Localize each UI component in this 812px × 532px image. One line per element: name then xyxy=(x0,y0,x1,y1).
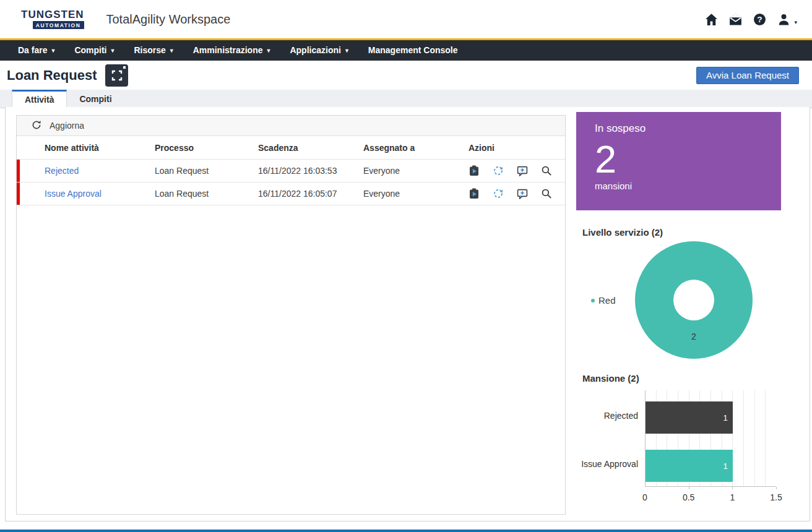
tab-bar: Attività Compiti xyxy=(0,90,812,108)
legend-label: Red xyxy=(598,295,616,306)
bar-category-label: Rejected xyxy=(576,411,638,421)
app-window: TUNGSTEN AUTOMATION TotalAgility Workspa… xyxy=(0,0,812,532)
col-processo: Processo xyxy=(150,136,253,160)
add-note-icon[interactable] xyxy=(517,165,528,176)
chevron-down-icon: ▼ xyxy=(344,48,350,54)
view-details-icon[interactable] xyxy=(541,188,552,199)
mansione-bar-chart[interactable]: 1 1 xyxy=(645,390,776,487)
view-details-icon[interactable] xyxy=(541,165,552,176)
add-note-icon[interactable] xyxy=(517,188,528,199)
refresh-button[interactable]: Aggiorna xyxy=(17,116,565,136)
user-menu-icon[interactable] xyxy=(775,11,792,27)
bar-category-label: Issue Approval xyxy=(576,459,638,469)
tile-title: In sospeso xyxy=(595,122,762,135)
tungsten-logo[interactable]: TUNGSTEN AUTOMATION xyxy=(21,9,84,29)
user-menu-caret-icon: ▾ xyxy=(794,19,797,25)
nav-item-da-fare[interactable]: Da fare▼ xyxy=(9,40,65,61)
page-title: Loan Request xyxy=(7,67,97,84)
col-azioni: Azioni xyxy=(464,136,565,160)
table-row: Issue Approval Loan Request 16/11/2022 1… xyxy=(17,182,565,205)
x-axis-tick: 0 xyxy=(633,492,657,502)
activity-link[interactable]: Issue Approval xyxy=(45,189,102,199)
chevron-down-icon: ▼ xyxy=(50,48,56,54)
tab-attivita[interactable]: Attività xyxy=(12,90,67,109)
refresh-label: Aggiorna xyxy=(50,121,84,131)
take-activity-icon[interactable] xyxy=(469,165,480,176)
mansione-chart-title: Mansione (2) xyxy=(582,373,639,384)
donut-hole xyxy=(673,280,714,320)
table-row: Rejected Loan Request 16/11/2022 16:03:5… xyxy=(17,160,565,182)
top-header: TUNGSTEN AUTOMATION TotalAgility Workspa… xyxy=(0,0,812,38)
donut-legend-item[interactable]: Red xyxy=(591,295,616,306)
bar-value-label: 1 xyxy=(723,413,727,423)
x-axis-tick: 1.5 xyxy=(764,492,788,502)
mail-icon[interactable] xyxy=(727,11,743,27)
tile-subtitle: mansioni xyxy=(595,181,762,191)
reassign-activity-icon[interactable] xyxy=(493,165,504,176)
refresh-icon xyxy=(32,120,43,131)
service-level-chart-title: Livello servizio (2) xyxy=(582,227,663,238)
activities-panel: Aggiorna Nome attività Processo Scadenza… xyxy=(16,115,566,515)
nav-item-risorse[interactable]: Risorse▼ xyxy=(124,40,183,61)
nav-item-compiti[interactable]: Compiti▼ xyxy=(65,40,124,61)
nav-item-applicazioni[interactable]: Applicazioni▼ xyxy=(280,40,358,61)
service-level-donut-chart[interactable]: 2 xyxy=(635,241,753,359)
col-nome-attivita: Nome attività xyxy=(17,136,150,160)
row-actions xyxy=(469,165,560,176)
logo-text-top: TUNGSTEN xyxy=(21,9,84,20)
start-loan-request-button[interactable]: Avvia Loan Request xyxy=(696,67,799,84)
due-date-cell: 16/11/2022 16:05:07 xyxy=(253,182,358,205)
donut-value-label: 2 xyxy=(691,332,696,341)
col-scadenza: Scadenza xyxy=(253,136,358,160)
footer-accent-line xyxy=(0,530,812,532)
main-navbar: Da fare▼ Compiti▼ Risorse▼ Amministrazio… xyxy=(0,38,812,61)
take-activity-icon[interactable] xyxy=(469,188,480,199)
app-title: TotalAgility Workspace xyxy=(106,12,231,27)
x-axis-tickmark xyxy=(689,487,689,489)
assigned-to-cell: Everyone xyxy=(358,160,464,182)
x-axis-tick: 1 xyxy=(720,492,745,502)
bar-rejected[interactable]: 1 xyxy=(646,401,733,434)
svg-text:?: ? xyxy=(757,15,762,24)
x-axis-tick: 0.5 xyxy=(676,492,701,502)
x-axis-tickmark xyxy=(776,487,777,489)
logo-text-bottom: AUTOMATION xyxy=(33,21,84,29)
col-assegnato-a: Assegnato a xyxy=(358,136,464,160)
bar-issue-approval[interactable]: 1 xyxy=(646,450,733,482)
reassign-activity-icon[interactable] xyxy=(493,188,504,199)
chevron-down-icon: ▼ xyxy=(110,48,116,54)
legend-ring-icon xyxy=(591,299,595,302)
process-cell: Loan Request xyxy=(150,182,253,205)
chevron-down-icon: ▼ xyxy=(169,48,175,54)
tile-count: 2 xyxy=(595,139,762,179)
focus-icon-dot xyxy=(123,66,126,69)
header-icon-group: ? ▾ xyxy=(703,11,797,27)
process-cell: Loan Request xyxy=(150,160,253,182)
page-header: Loan Request Avvia Loan Request xyxy=(0,61,812,90)
priority-flag xyxy=(17,160,20,182)
help-icon[interactable]: ? xyxy=(751,11,767,27)
tab-compiti[interactable]: Compiti xyxy=(67,90,124,108)
focus-view-icon[interactable] xyxy=(105,64,128,87)
x-axis-tickmark xyxy=(732,487,733,489)
activities-table: Nome attività Processo Scadenza Assegnat… xyxy=(17,136,565,205)
priority-flag xyxy=(17,182,20,205)
pending-summary-tile[interactable]: In sospeso 2 mansioni xyxy=(576,112,781,210)
tab-content-panel: Aggiorna Nome attività Processo Scadenza… xyxy=(5,107,810,521)
home-icon[interactable] xyxy=(703,11,719,27)
chevron-down-icon: ▼ xyxy=(266,48,272,54)
assigned-to-cell: Everyone xyxy=(358,182,464,205)
bar-value-label: 1 xyxy=(723,461,727,471)
nav-item-amministrazione[interactable]: Amministrazione▼ xyxy=(184,40,281,61)
table-header-row: Nome attività Processo Scadenza Assegnat… xyxy=(17,136,565,160)
row-actions xyxy=(469,188,560,199)
due-date-cell: 16/11/2022 16:03:53 xyxy=(253,160,358,182)
dashboard-side-panel: In sospeso 2 mansioni Livello servizio (… xyxy=(576,112,781,517)
activity-link[interactable]: Rejected xyxy=(45,166,79,176)
nav-item-management-console[interactable]: Management Console▼ xyxy=(359,40,467,61)
